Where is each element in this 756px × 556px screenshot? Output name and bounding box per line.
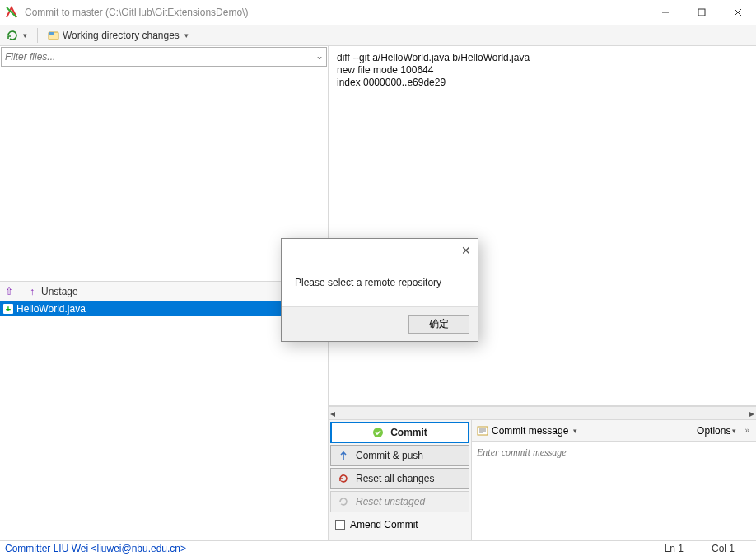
- dialog-ok-button[interactable]: 确定: [408, 315, 469, 334]
- commit-button-panel: Commit Commit & push Reset all changes R…: [329, 420, 472, 540]
- svg-rect-5: [49, 32, 54, 35]
- working-dir-label: Working directory changes: [63, 30, 180, 41]
- filter-dropdown-icon[interactable]: ⌄: [315, 50, 324, 62]
- options-dropdown[interactable]: Options ▾: [697, 425, 736, 437]
- diff-hscrollbar[interactable]: ◂ ▸: [329, 406, 756, 420]
- added-icon: +: [3, 304, 13, 314]
- scroll-left-icon[interactable]: ◂: [330, 408, 335, 419]
- maximize-button[interactable]: [684, 0, 720, 25]
- svg-rect-1: [698, 9, 705, 16]
- commit-area: Commit Commit & push Reset all changes R…: [329, 420, 756, 540]
- stage-toolbar: ⇧ ↑ Unstage ↓ St: [0, 282, 328, 301]
- unstage-label[interactable]: Unstage: [41, 286, 78, 297]
- dialog-message: Please select a remote repository: [282, 262, 478, 306]
- filter-files-field[interactable]: ⌄: [1, 47, 327, 67]
- list-item[interactable]: + HelloWorld.java: [0, 301, 328, 316]
- diff-viewer[interactable]: diff --git a/HelloWorld.java b/HelloWorl…: [329, 46, 756, 406]
- commit-button[interactable]: Commit: [330, 422, 469, 443]
- status-bar: Committer LIU Wei <liuwei@nbu.edu.cn> Ln…: [0, 540, 756, 556]
- reset-unstaged-button: Reset unstaged: [330, 491, 469, 512]
- reset-all-button[interactable]: Reset all changes: [330, 468, 469, 489]
- commit-message-input[interactable]: [472, 442, 756, 540]
- working-dir-dropdown[interactable]: Working directory changes ▾: [44, 26, 192, 44]
- cursor-col: Col 1: [712, 543, 735, 554]
- main-toolbar: ▾ Working directory changes ▾: [0, 25, 756, 46]
- close-button[interactable]: [720, 0, 756, 25]
- unstage-icon[interactable]: ↑: [30, 286, 35, 297]
- commit-message-toolbar: Commit message ▾ Options ▾ »: [472, 420, 756, 442]
- commit-and-push-button[interactable]: Commit & push: [330, 445, 469, 466]
- committer-label[interactable]: Committer LIU Wei <liuwei@nbu.edu.cn>: [5, 543, 186, 554]
- filter-input[interactable]: [2, 48, 326, 66]
- file-name: HelloWorld.java: [16, 303, 86, 315]
- commit-message-dropdown[interactable]: Commit message ▾: [477, 425, 577, 437]
- window-title: Commit to master (C:\GitHub\GitExtension…: [23, 7, 647, 18]
- staged-file-list[interactable]: + HelloWorld.java: [0, 301, 328, 540]
- window-titlebar: Commit to master (C:\GitHub\GitExtension…: [0, 0, 756, 25]
- checkbox-icon: [335, 520, 345, 530]
- cursor-line: Ln 1: [665, 543, 684, 554]
- minimize-button[interactable]: [647, 0, 684, 25]
- unstaged-file-list[interactable]: [0, 68, 328, 282]
- refresh-button[interactable]: ▾: [3, 26, 30, 44]
- scroll-right-icon[interactable]: ▸: [749, 408, 754, 419]
- alert-dialog: ✕ Please select a remote repository 确定: [281, 238, 478, 342]
- amend-commit-checkbox[interactable]: Amend Commit: [330, 514, 469, 535]
- dialog-close-button[interactable]: ✕: [461, 244, 471, 257]
- commit-message-panel: Commit message ▾ Options ▾ »: [472, 420, 756, 540]
- overflow-icon[interactable]: »: [741, 426, 751, 435]
- unstage-all-icon[interactable]: ⇧: [5, 286, 13, 297]
- left-pane: ⌄ ⇧ ↑ Unstage ↓ St + HelloWorld.java: [0, 46, 329, 540]
- app-icon: [5, 6, 18, 19]
